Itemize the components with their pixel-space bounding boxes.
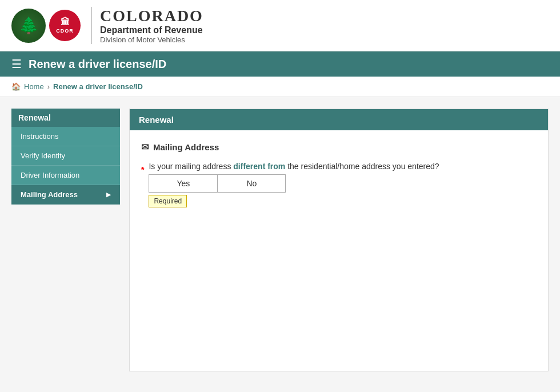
state-name: COLORADO	[100, 7, 203, 25]
no-button[interactable]: No	[217, 174, 286, 193]
sidebar-item-mailing-address[interactable]: Mailing Address	[11, 185, 120, 205]
logo-block: 🌲 🏛 CDOR COLORADO Department of Revenue …	[11, 7, 203, 44]
mail-icon: ✉	[141, 142, 149, 153]
question-part1: Is your mailing address	[149, 162, 233, 171]
question-row: * Is your mailing address different from…	[141, 162, 537, 193]
question-highlight: different from	[233, 162, 285, 171]
home-icon: 🏠	[11, 82, 21, 91]
main-content: Renewal Instructions Verify Identity Dri…	[0, 97, 560, 383]
top-nav-title: Renew a driver license/ID	[29, 58, 166, 71]
page-header: 🌲 🏛 CDOR COLORADO Department of Revenue …	[0, 0, 560, 51]
content-body: ✉ Mailing Address * Is your mailing addr…	[130, 130, 548, 209]
breadcrumb-home-link[interactable]: Home	[24, 82, 44, 91]
content-area: Renewal ✉ Mailing Address * Is your mail…	[129, 109, 549, 371]
yes-button[interactable]: Yes	[149, 174, 217, 193]
sidebar: Renewal Instructions Verify Identity Dri…	[11, 109, 120, 371]
cdor-text: CDOR	[56, 28, 74, 34]
required-star: *	[141, 165, 144, 174]
sidebar-item-instructions[interactable]: Instructions	[11, 127, 120, 146]
sidebar-item-driver-information[interactable]: Driver Information	[11, 166, 120, 185]
breadcrumb-current-page: Renew a driver license/ID	[53, 82, 143, 91]
content-header: Renewal	[130, 109, 548, 130]
sidebar-header: Renewal	[11, 109, 120, 127]
question-block: Is your mailing address different from t…	[149, 162, 439, 193]
yes-no-buttons: Yes No Required	[149, 174, 439, 193]
division-name: Division of Motor Vehicles	[100, 35, 203, 44]
sidebar-item-verify-identity[interactable]: Verify Identity	[11, 146, 120, 166]
section-title: ✉ Mailing Address	[141, 142, 537, 153]
top-nav-bar: ☰ Renew a driver license/ID	[0, 51, 560, 77]
hamburger-icon[interactable]: ☰	[11, 57, 22, 71]
required-tooltip: Required	[149, 195, 187, 207]
agency-name: Department of Revenue	[100, 25, 203, 35]
colorado-logo: 🌲	[11, 9, 46, 43]
building-icon: 🏛	[61, 18, 70, 27]
logo-images: 🌲 🏛 CDOR	[11, 9, 81, 43]
question-part2: the residential/home address you entered…	[285, 162, 439, 171]
tree-icon: 🌲	[19, 18, 39, 34]
breadcrumb-separator: ›	[47, 82, 50, 91]
section-title-text: Mailing Address	[153, 142, 219, 152]
cdor-logo: 🏛 CDOR	[49, 10, 81, 41]
header-title-block: COLORADO Department of Revenue Division …	[91, 7, 203, 44]
question-text: Is your mailing address different from t…	[149, 162, 439, 171]
breadcrumb: 🏠 Home › Renew a driver license/ID	[0, 77, 560, 97]
